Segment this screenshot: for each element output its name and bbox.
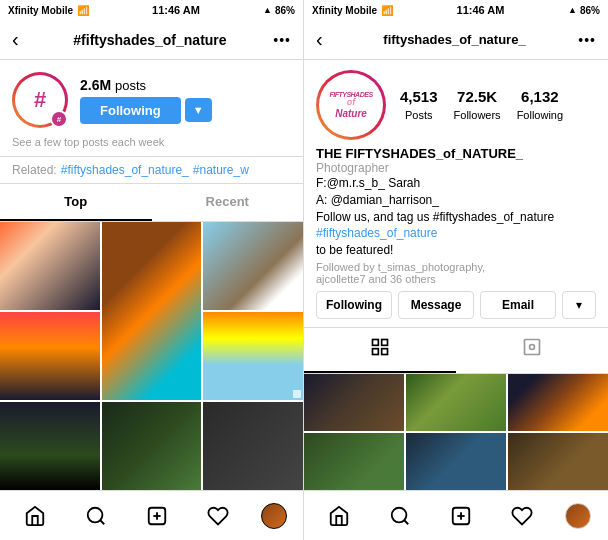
profile-icon-left[interactable] — [261, 503, 287, 529]
stat-posts: 4,513 Posts — [400, 88, 438, 123]
svg-point-10 — [530, 344, 535, 349]
svg-rect-9 — [525, 339, 540, 354]
battery-right: 86% — [580, 5, 600, 16]
svg-rect-8 — [382, 349, 388, 355]
profile-header: FIFTYSHADES of Nature 4,513 Posts 72.5K … — [304, 60, 608, 146]
dropdown-button[interactable]: ▾ — [562, 291, 596, 319]
message-button[interactable]: Message — [398, 291, 474, 319]
svg-line-12 — [404, 520, 408, 524]
bottom-nav-left — [0, 490, 303, 540]
email-button[interactable]: Email — [480, 291, 556, 319]
wifi-icon: 📶 — [77, 5, 89, 16]
posts-label: posts — [115, 78, 146, 93]
status-bar-right: Xfinity Mobile 📶 11:46 AM ▲ 86% — [304, 0, 608, 20]
heart-icon-right[interactable] — [504, 498, 540, 534]
pgrid-photo-6[interactable] — [508, 433, 608, 490]
heart-icon-left[interactable] — [200, 498, 236, 534]
svg-rect-5 — [373, 339, 379, 345]
svg-point-0 — [87, 507, 102, 522]
home-icon-right[interactable] — [321, 498, 357, 534]
back-button-right[interactable]: ‹ — [316, 28, 323, 51]
profile-logo: FIFTYSHADES of Nature — [325, 87, 376, 124]
related-tag-2[interactable]: #nature_w — [193, 163, 249, 177]
follow-dropdown-button[interactable]: ▼ — [185, 98, 212, 122]
more-button-right[interactable]: ••• — [578, 32, 596, 48]
view-tab-grid[interactable] — [304, 328, 456, 373]
profile-grid — [304, 374, 608, 490]
tab-recent[interactable]: Recent — [152, 184, 304, 221]
hashtag-symbol: # — [34, 87, 46, 113]
stat-followers: 72.5K Followers — [454, 88, 501, 123]
svg-point-11 — [392, 507, 407, 522]
add-icon-right[interactable] — [443, 498, 479, 534]
profile-icon-right[interactable] — [565, 503, 591, 529]
pgrid-photo-4[interactable] — [304, 433, 404, 490]
hashtag-info: 2.6M posts Following ▼ — [80, 77, 291, 124]
grid-photo-nudibranch[interactable] — [102, 222, 202, 400]
profile-avatar-wrap: FIFTYSHADES of Nature — [316, 70, 386, 140]
view-tab-tagged[interactable] — [456, 328, 608, 373]
profile-nav: ‹ fiftyshades_of_nature_ ••• — [304, 20, 608, 60]
signal-icon-right: ▲ — [568, 5, 577, 15]
nav-bar-left: ‹ #fiftyshades_of_nature ••• — [0, 20, 303, 60]
hashtag-posts: 2.6M posts — [80, 77, 291, 93]
svg-line-1 — [100, 520, 104, 524]
bio-title: Photographer — [316, 161, 596, 175]
profile-actions: Following Message Email ▾ — [304, 291, 608, 327]
page-title-left: #fiftyshades_of_nature — [27, 32, 274, 48]
grid-photo-trees-dark[interactable] — [0, 402, 100, 490]
pgrid-photo-antler[interactable] — [304, 374, 404, 431]
profile-bio: THE FIFTYSHADES_of_NATURE_ Photographer … — [304, 146, 608, 291]
signal-icon-left: ▲ — [263, 5, 272, 15]
related-row: Related: #fiftyshades_of_nature_ #nature… — [0, 156, 303, 184]
battery-left: 86% — [275, 5, 295, 16]
related-label: Related: — [12, 163, 57, 177]
time-right: 11:46 AM — [457, 4, 505, 16]
status-left-right: Xfinity Mobile 📶 — [312, 5, 393, 16]
posts-count: 2.6M — [80, 77, 111, 93]
status-bar-left: Xfinity Mobile 📶 11:46 AM ▲ 86% — [0, 0, 303, 20]
tabs-row: Top Recent — [0, 184, 303, 222]
bio-name: THE FIFTYSHADES_of_NATURE_ — [316, 146, 596, 161]
grid-photo-dark-forest[interactable] — [102, 402, 202, 490]
bottom-nav-right — [304, 490, 608, 540]
hashtag-avatar: # # — [12, 72, 68, 128]
bio-hashtag-link[interactable]: #fiftyshades_of_nature — [316, 226, 437, 240]
pgrid-photo-deer[interactable] — [406, 374, 506, 431]
svg-rect-6 — [382, 339, 388, 345]
time-left: 11:46 AM — [152, 4, 200, 16]
hashtag-header: # # 2.6M posts Following ▼ — [0, 60, 303, 136]
grid-photo-bird[interactable] — [203, 222, 303, 310]
bio-text: F:@m.r.s_b_ Sarah A: @damian_harrison_ F… — [316, 175, 596, 259]
profile-stats: 4,513 Posts 72.5K Followers 6,132 Follow… — [400, 88, 596, 123]
hashtag-follow-row: Following ▼ — [80, 97, 291, 124]
status-right-right: ▲ 86% — [568, 5, 600, 16]
grid-photo-sun[interactable] — [203, 312, 303, 400]
related-tag-1[interactable]: #fiftyshades_of_nature_ — [61, 163, 189, 177]
right-panel: Xfinity Mobile 📶 11:46 AM ▲ 86% ‹ fiftys… — [304, 0, 608, 540]
more-button-left[interactable]: ••• — [273, 32, 291, 48]
pgrid-photo-autumn[interactable] — [508, 374, 608, 431]
left-panel: Xfinity Mobile 📶 11:46 AM ▲ 86% ‹ #fifty… — [0, 0, 304, 540]
carrier-right: Xfinity Mobile — [312, 5, 377, 16]
back-button-left[interactable]: ‹ — [12, 28, 19, 51]
following-button[interactable]: Following — [316, 291, 392, 319]
grid-view-icon — [370, 337, 390, 362]
grid-photo-sky-red[interactable] — [0, 312, 100, 400]
status-right-left: ▲ 86% — [263, 5, 295, 16]
tab-top[interactable]: Top — [0, 184, 152, 221]
grid-photo-3-3[interactable] — [203, 402, 303, 490]
bio-followed: Followed by t_simas_photography, ajcolle… — [316, 261, 596, 285]
grid-photo-sunset[interactable] — [0, 222, 100, 310]
pgrid-photo-5[interactable] — [406, 433, 506, 490]
home-icon-left[interactable] — [17, 498, 53, 534]
status-left: Xfinity Mobile 📶 — [8, 5, 89, 16]
search-icon-right[interactable] — [382, 498, 418, 534]
profile-view-tabs — [304, 327, 608, 374]
photo-grid-left — [0, 222, 303, 490]
carrier-left: Xfinity Mobile — [8, 5, 73, 16]
search-icon-left[interactable] — [78, 498, 114, 534]
follow-button[interactable]: Following — [80, 97, 181, 124]
add-icon-left[interactable] — [139, 498, 175, 534]
stat-following: 6,132 Following — [517, 88, 563, 123]
